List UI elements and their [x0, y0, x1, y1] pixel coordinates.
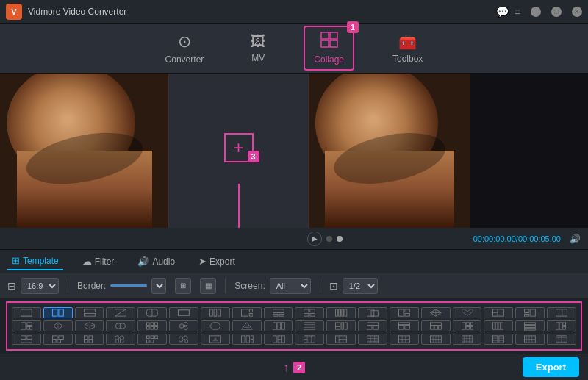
template-r2-7[interactable]: [201, 320, 230, 331]
menu-icon[interactable]: ≡: [514, 6, 520, 18]
template-17[interactable]: [515, 307, 545, 318]
maximize-button[interactable]: □: [551, 7, 562, 17]
template-r3-17[interactable]: [515, 334, 545, 345]
template-two-vert[interactable]: [43, 307, 73, 318]
template-r3-7[interactable]: [201, 334, 230, 345]
template-diamond[interactable]: [421, 307, 451, 318]
template-r2-5[interactable]: [137, 320, 167, 331]
template-r2-9[interactable]: [264, 320, 293, 331]
template-r2-6[interactable]: [169, 320, 198, 331]
nav-collage-label: Collage: [314, 54, 344, 65]
export-button[interactable]: Export: [523, 357, 579, 377]
template-r3-10[interactable]: [295, 334, 324, 345]
template-r2-17[interactable]: [515, 320, 545, 331]
template-four-cols[interactable]: [326, 307, 356, 318]
template-r3-3[interactable]: [75, 334, 104, 345]
template-r3-6[interactable]: [169, 334, 198, 345]
size-select[interactable]: 1/2 1/3 Full: [343, 278, 378, 294]
nav-converter[interactable]: ⊙ Converter: [157, 28, 213, 69]
aspect-icon: ⊟: [7, 280, 16, 292]
template-r2-12[interactable]: [358, 320, 387, 331]
border-select[interactable]: ▼: [151, 278, 166, 294]
collage-template-grid: [6, 301, 582, 351]
template-curved[interactable]: [137, 307, 167, 318]
template-top-two[interactable]: [264, 307, 293, 318]
template-diagonal[interactable]: [106, 307, 135, 318]
template-three-cols[interactable]: [201, 307, 230, 318]
template-r3-12[interactable]: [358, 334, 387, 345]
svg-rect-112: [52, 336, 57, 340]
template-heart[interactable]: [453, 307, 482, 318]
template-main-side[interactable]: [232, 307, 262, 318]
svg-rect-86: [398, 323, 409, 325]
template-2x2[interactable]: [295, 307, 324, 318]
svg-rect-94: [466, 323, 470, 326]
template-r3-14[interactable]: [421, 334, 451, 345]
bottom-bar: ↑ 2 Export: [0, 354, 588, 380]
template-single[interactable]: [12, 307, 41, 318]
chat-icon[interactable]: 💬: [496, 6, 509, 18]
template-r3-8[interactable]: [232, 334, 262, 345]
template-r2-13[interactable]: [390, 320, 419, 331]
tab-export[interactable]: ➤ Export: [194, 253, 240, 270]
template-r2-3[interactable]: [75, 320, 104, 331]
minimize-button[interactable]: —: [531, 7, 541, 17]
template-r2-10[interactable]: [295, 320, 324, 331]
svg-rect-42: [525, 309, 530, 313]
template-r2-8[interactable]: [232, 320, 262, 331]
template-r2-15[interactable]: [453, 320, 482, 331]
nav-mv[interactable]: 🖼 MV: [242, 29, 274, 68]
volume-icon[interactable]: 🔊: [570, 234, 581, 244]
svg-rect-105: [556, 323, 559, 329]
svg-rect-8: [84, 313, 95, 316]
nav-collage[interactable]: 1 Collage: [304, 26, 354, 71]
template-r2-2[interactable]: [43, 320, 73, 331]
aspect-ratio-select[interactable]: 16:9 4:3 1:1: [21, 278, 59, 294]
template-18[interactable]: [547, 307, 576, 318]
nav-mv-label: MV: [251, 53, 265, 63]
svg-rect-24: [310, 309, 315, 312]
template-r3-18[interactable]: [547, 334, 576, 345]
play-button[interactable]: ▶: [307, 232, 322, 246]
template-r2-1[interactable]: [12, 320, 41, 331]
template-r3-5[interactable]: [137, 334, 167, 345]
template-overlap[interactable]: [358, 307, 387, 318]
svg-rect-22: [279, 314, 284, 316]
template-two-horiz[interactable]: [75, 307, 104, 318]
left-video-panel: [0, 74, 169, 228]
template-r3-15[interactable]: [453, 334, 482, 345]
close-button[interactable]: ✕: [572, 7, 582, 17]
template-r2-18[interactable]: [547, 320, 576, 331]
middle-panel[interactable]: + 3: [169, 74, 309, 228]
svg-rect-172: [499, 336, 504, 343]
template-r3-9[interactable]: [264, 334, 293, 345]
template-r3-16[interactable]: [484, 334, 513, 345]
nav-toolbox[interactable]: 🧰 Toolbox: [384, 29, 431, 68]
template-r2-11[interactable]: [326, 320, 356, 331]
tab-filter-label: Filter: [95, 257, 115, 267]
tab-filter[interactable]: ☁ Filter: [78, 253, 119, 270]
template-r3-13[interactable]: [390, 334, 419, 345]
template-r3-4[interactable]: [106, 334, 135, 345]
template-r3-11[interactable]: [326, 334, 356, 345]
template-16[interactable]: [484, 307, 513, 318]
svg-rect-25: [304, 313, 309, 316]
template-r3-2[interactable]: [43, 334, 73, 345]
dot-indicator-2: [337, 236, 343, 242]
tab-audio[interactable]: 🔊 Audio: [133, 253, 179, 270]
template-wide[interactable]: [169, 307, 198, 318]
svg-marker-69: [241, 323, 252, 329]
template-puzzle[interactable]: [390, 307, 419, 318]
template-r2-16[interactable]: [484, 320, 513, 331]
template-r2-4[interactable]: [106, 320, 135, 331]
svg-rect-136: [251, 336, 253, 340]
svg-rect-6: [59, 309, 64, 316]
grid-icon-btn[interactable]: ⊞: [175, 278, 191, 294]
screen-select[interactable]: All Left Right: [270, 278, 311, 294]
template-r3-1[interactable]: [12, 334, 41, 345]
template-r2-14[interactable]: [421, 320, 451, 331]
hatch-icon-btn[interactable]: ▦: [200, 278, 216, 294]
left-video-display: [0, 74, 168, 228]
tab-template[interactable]: ⊞ Template: [7, 252, 63, 270]
svg-rect-35: [405, 313, 410, 316]
